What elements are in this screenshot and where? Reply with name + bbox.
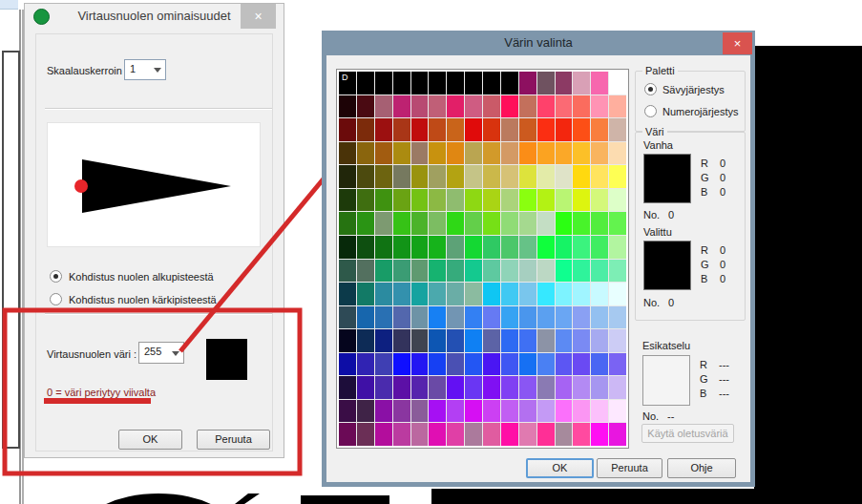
palette-cell[interactable] bbox=[483, 165, 500, 188]
palette-cell[interactable] bbox=[357, 189, 374, 212]
palette-cell[interactable] bbox=[393, 329, 410, 352]
palette-cell[interactable] bbox=[375, 260, 392, 283]
palette-cell[interactable] bbox=[591, 142, 608, 165]
palette-cell[interactable] bbox=[447, 189, 464, 212]
palette-cell[interactable] bbox=[537, 189, 555, 212]
radio-align-start[interactable] bbox=[50, 270, 62, 283]
palette-cell[interactable] bbox=[609, 376, 626, 399]
palette-cell[interactable] bbox=[501, 189, 518, 212]
palette-cell[interactable] bbox=[483, 400, 500, 423]
palette-cell[interactable] bbox=[465, 72, 482, 94]
palette-cell[interactable] bbox=[393, 142, 410, 165]
palette-cell[interactable] bbox=[609, 353, 626, 376]
palette-cell[interactable] bbox=[556, 165, 573, 188]
palette-cell[interactable] bbox=[519, 212, 536, 235]
palette-cell[interactable] bbox=[339, 236, 356, 259]
palette-cell[interactable] bbox=[339, 306, 356, 329]
palette-cell[interactable] bbox=[411, 376, 429, 399]
palette-cell[interactable] bbox=[339, 329, 356, 352]
palette-cell[interactable] bbox=[411, 306, 429, 329]
palette-cell[interactable] bbox=[483, 212, 500, 235]
palette-cell[interactable] bbox=[411, 142, 429, 165]
palette-cell[interactable] bbox=[447, 306, 464, 329]
palette-cell[interactable] bbox=[411, 329, 429, 352]
palette-cell[interactable] bbox=[501, 165, 518, 188]
palette-cell[interactable] bbox=[591, 400, 608, 423]
palette-cell[interactable] bbox=[483, 329, 500, 352]
palette-cell[interactable] bbox=[357, 376, 374, 399]
palette-cell[interactable] bbox=[447, 95, 464, 118]
arrow-color-dropdown[interactable]: 255 bbox=[138, 342, 184, 364]
palette-cell[interactable] bbox=[429, 306, 446, 329]
palette-cell[interactable] bbox=[339, 189, 356, 212]
palette-cell[interactable] bbox=[591, 72, 608, 94]
palette-cell[interactable] bbox=[393, 353, 410, 376]
palette-cell[interactable] bbox=[375, 142, 392, 165]
palette-cell[interactable]: D bbox=[339, 72, 356, 94]
palette-cell[interactable] bbox=[375, 376, 392, 399]
palette-cell[interactable] bbox=[375, 329, 392, 352]
palette-cell[interactable] bbox=[393, 306, 410, 329]
palette-cell[interactable] bbox=[429, 260, 446, 283]
ok-button[interactable]: OK bbox=[118, 430, 182, 450]
palette-cell[interactable] bbox=[556, 118, 573, 141]
palette-cell[interactable] bbox=[375, 353, 392, 376]
palette-cell[interactable] bbox=[357, 95, 374, 118]
palette-cell[interactable] bbox=[339, 423, 356, 446]
palette-cell[interactable] bbox=[501, 212, 518, 235]
palette-cell[interactable] bbox=[465, 142, 482, 165]
palette-cell[interactable] bbox=[556, 72, 573, 94]
ok-button[interactable]: OK bbox=[526, 458, 594, 478]
palette-cell[interactable] bbox=[393, 236, 410, 259]
palette-cell[interactable] bbox=[519, 95, 536, 118]
palette-cell[interactable] bbox=[591, 306, 608, 329]
palette-cell[interactable] bbox=[501, 400, 518, 423]
palette-cell[interactable] bbox=[519, 236, 536, 259]
palette-cell[interactable] bbox=[501, 376, 518, 399]
palette-cell[interactable] bbox=[393, 212, 410, 235]
palette-cell[interactable] bbox=[519, 118, 536, 141]
palette-cell[interactable] bbox=[375, 95, 392, 118]
palette-cell[interactable] bbox=[483, 72, 500, 94]
palette-cell[interactable] bbox=[537, 72, 555, 94]
palette-cell[interactable] bbox=[411, 165, 429, 188]
palette-cell[interactable] bbox=[357, 400, 374, 423]
palette-cell[interactable] bbox=[537, 353, 555, 376]
palette-cell[interactable] bbox=[501, 142, 518, 165]
palette-cell[interactable] bbox=[339, 118, 356, 141]
palette-cell[interactable] bbox=[591, 165, 608, 188]
palette-cell[interactable] bbox=[429, 72, 446, 94]
palette-cell[interactable] bbox=[411, 400, 429, 423]
radio-hue-order[interactable] bbox=[644, 83, 657, 95]
palette-cell[interactable] bbox=[519, 306, 536, 329]
palette-cell[interactable] bbox=[357, 236, 374, 259]
cancel-button[interactable]: Peruuta bbox=[597, 458, 662, 478]
palette-cell[interactable] bbox=[465, 283, 482, 305]
palette-cell[interactable] bbox=[447, 236, 464, 259]
palette-cell[interactable] bbox=[501, 283, 518, 305]
palette-cell[interactable] bbox=[519, 142, 536, 165]
palette-cell[interactable] bbox=[537, 236, 555, 259]
palette-cell[interactable] bbox=[591, 283, 608, 305]
palette-cell[interactable] bbox=[357, 353, 374, 376]
palette-cell[interactable] bbox=[411, 72, 429, 94]
palette-cell[interactable] bbox=[339, 142, 356, 165]
palette-cell[interactable] bbox=[483, 95, 500, 118]
palette-cell[interactable] bbox=[429, 283, 446, 305]
palette-cell[interactable] bbox=[447, 260, 464, 283]
palette-cell[interactable] bbox=[501, 118, 518, 141]
palette-cell[interactable] bbox=[573, 283, 590, 305]
palette-cell[interactable] bbox=[519, 189, 536, 212]
palette-cell[interactable] bbox=[573, 423, 590, 446]
palette-cell[interactable] bbox=[375, 236, 392, 259]
palette-cell[interactable] bbox=[483, 306, 500, 329]
palette-cell[interactable] bbox=[375, 306, 392, 329]
palette-cell[interactable] bbox=[483, 353, 500, 376]
palette-cell[interactable] bbox=[573, 95, 590, 118]
palette-cell[interactable] bbox=[429, 165, 446, 188]
palette-cell[interactable] bbox=[339, 400, 356, 423]
palette-cell[interactable] bbox=[591, 423, 608, 446]
palette-cell[interactable] bbox=[393, 95, 410, 118]
palette-cell[interactable] bbox=[393, 118, 410, 141]
palette-cell[interactable] bbox=[483, 142, 500, 165]
